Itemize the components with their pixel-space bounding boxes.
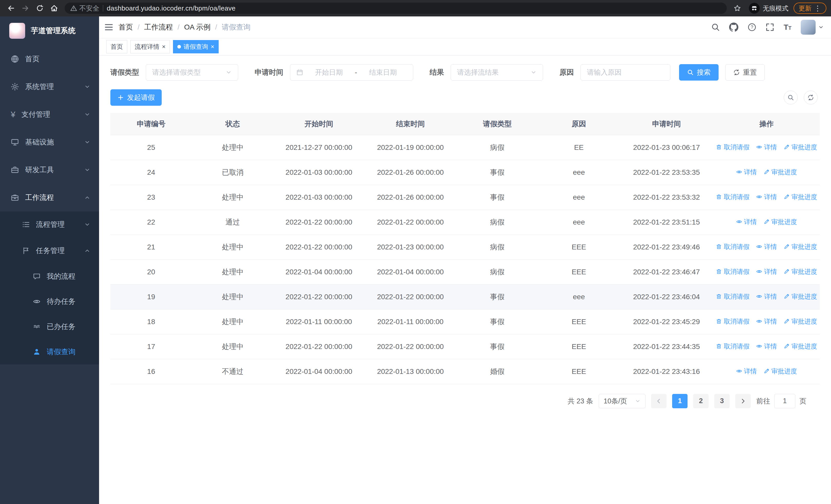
tab-leave-query[interactable]: 请假查询 ×: [173, 40, 219, 53]
refresh-table-button[interactable]: [804, 91, 818, 105]
sidebar-item-task-mgmt[interactable]: 任务管理: [0, 238, 99, 264]
trash-icon: [716, 268, 722, 274]
create-leave-button[interactable]: 发起请假: [110, 89, 162, 106]
approval-progress-link[interactable]: 审批进度: [764, 168, 797, 176]
sidebar-item-leave-query[interactable]: 请假查询: [0, 339, 99, 364]
close-icon[interactable]: ×: [211, 43, 214, 50]
cell-apply-id: 24: [110, 160, 192, 185]
trash-icon: [716, 318, 722, 324]
breadcrumb-item-workflow[interactable]: 工作流程: [144, 22, 173, 32]
detail-link[interactable]: 详情: [756, 292, 777, 301]
address-bar[interactable]: 不安全 dashboard.yudao.iocoder.cn/bpm/oa/le…: [65, 3, 727, 14]
toggle-search-button[interactable]: [784, 91, 798, 105]
detail-link[interactable]: 详情: [736, 217, 757, 226]
fullscreen-icon[interactable]: [766, 23, 774, 32]
security-warning[interactable]: 不安全: [70, 4, 99, 13]
next-page-button[interactable]: [735, 394, 751, 408]
sidebar-item-done-tasks[interactable]: 已办任务: [0, 314, 99, 339]
page-button-3[interactable]: 3: [714, 394, 729, 408]
browser-refresh-button[interactable]: [33, 2, 46, 14]
reset-button[interactable]: 重置: [725, 64, 765, 81]
sidebar-collapse-button[interactable]: [99, 17, 119, 38]
cancel-leave-link[interactable]: 取消请假: [716, 342, 749, 351]
tab-process-detail[interactable]: 流程详情 ×: [131, 40, 170, 53]
approval-progress-link[interactable]: 审批进度: [783, 317, 817, 326]
sidebar-item-workflow[interactable]: 工作流程: [0, 184, 99, 211]
cancel-leave-link[interactable]: 取消请假: [716, 193, 749, 201]
cell-status: 通过: [192, 210, 274, 235]
user-menu[interactable]: [801, 20, 824, 35]
detail-link[interactable]: 详情: [756, 267, 777, 276]
detail-link[interactable]: 详情: [756, 317, 777, 326]
active-tab-dot: [177, 45, 181, 49]
breadcrumb-item-oa-example[interactable]: OA 示例: [184, 22, 211, 32]
browser-back-button[interactable]: [5, 2, 18, 14]
cancel-leave-link[interactable]: 取消请假: [716, 292, 749, 301]
leave-type-select[interactable]: 请选择请假类型: [146, 64, 238, 81]
detail-link[interactable]: 详情: [756, 143, 777, 151]
bookmark-star-icon[interactable]: [731, 2, 744, 14]
cell-operations: 取消请假 详情 审批进度: [713, 185, 820, 210]
chevron-down-icon: [84, 111, 90, 118]
sidebar-item-infrastructure[interactable]: 基础设施: [0, 128, 99, 156]
sidebar-item-payment[interactable]: ¥ 支付管理: [0, 100, 99, 128]
sidebar-item-home[interactable]: 首页: [0, 45, 99, 73]
detail-link[interactable]: 详情: [756, 193, 777, 201]
approval-progress-link[interactable]: 审批进度: [764, 217, 797, 226]
browser-forward-button[interactable]: [19, 2, 32, 14]
page-size-select[interactable]: 10条/页: [599, 394, 646, 408]
detail-link[interactable]: 详情: [756, 342, 777, 351]
approval-progress-link[interactable]: 审批进度: [783, 342, 817, 351]
cell-status: 处理中: [192, 185, 274, 210]
font-size-icon[interactable]: TT: [783, 23, 792, 32]
cell-operations: 详情 审批进度: [713, 359, 820, 384]
apply-time-range-picker[interactable]: 开始日期 - 结束日期: [290, 64, 413, 81]
avatar[interactable]: [801, 20, 815, 35]
detail-link[interactable]: 详情: [756, 242, 777, 251]
reason-input[interactable]: [587, 68, 664, 77]
page-button-1[interactable]: 1: [672, 394, 688, 408]
approval-progress-link[interactable]: 审批进度: [764, 367, 797, 376]
page-button-2[interactable]: 2: [693, 394, 709, 408]
sidebar-item-my-process[interactable]: 我的流程: [0, 264, 99, 289]
search-button[interactable]: 搜索: [679, 64, 719, 81]
app-logo[interactable]: 芋道管理系统: [0, 17, 99, 45]
browser-menu-icon[interactable]: ⋮: [814, 4, 821, 12]
breadcrumb-item-home[interactable]: 首页: [119, 22, 133, 32]
sidebar-item-system[interactable]: 系统管理: [0, 73, 99, 100]
browser-update-button[interactable]: 更新 ⋮: [794, 3, 826, 14]
approval-progress-link[interactable]: 审批进度: [783, 143, 817, 151]
cancel-leave-link[interactable]: 取消请假: [716, 317, 749, 326]
help-icon[interactable]: ?: [748, 23, 756, 32]
table-row: 25 处理中 2021-12-27 00:00:00 2022-01-19 00…: [110, 135, 820, 160]
result-select[interactable]: 请选择流结果: [451, 64, 543, 81]
detail-link[interactable]: 详情: [736, 367, 757, 376]
sidebar-item-process-mgmt[interactable]: 流程管理: [0, 211, 99, 238]
edit-icon: [783, 243, 790, 250]
prev-page-button[interactable]: [651, 394, 666, 408]
cell-end-time: 2022-01-22 00:00:00: [365, 284, 457, 309]
goto-page-input[interactable]: [774, 394, 795, 408]
close-icon[interactable]: ×: [162, 43, 166, 50]
table-row: 24 已取消 2022-01-03 00:00:00 2022-01-26 00…: [110, 160, 820, 185]
cancel-leave-link[interactable]: 取消请假: [716, 143, 749, 151]
approval-progress-link[interactable]: 审批进度: [783, 267, 817, 276]
approval-progress-link[interactable]: 审批进度: [783, 292, 817, 301]
approval-progress-link[interactable]: 审批进度: [783, 242, 817, 251]
warning-icon: [70, 5, 77, 11]
cell-reason: EEE: [538, 260, 620, 284]
cell-reason: eee: [538, 160, 620, 185]
sidebar-item-dev-tools[interactable]: 研发工具: [0, 156, 99, 184]
breadcrumb-item-current: 请假查询: [222, 22, 251, 32]
search-icon[interactable]: [711, 23, 720, 32]
detail-link[interactable]: 详情: [736, 168, 757, 176]
sidebar-item-todo-tasks[interactable]: 待办任务: [0, 289, 99, 314]
tab-home[interactable]: 首页: [106, 40, 127, 53]
cancel-leave-link[interactable]: 取消请假: [716, 267, 749, 276]
eye-icon: [33, 298, 40, 305]
cancel-leave-link[interactable]: 取消请假: [716, 242, 749, 251]
cell-end-time: 2022-01-26 00:00:00: [365, 160, 457, 185]
github-icon[interactable]: [729, 23, 738, 32]
browser-home-button[interactable]: [48, 2, 61, 14]
approval-progress-link[interactable]: 审批进度: [783, 193, 817, 201]
